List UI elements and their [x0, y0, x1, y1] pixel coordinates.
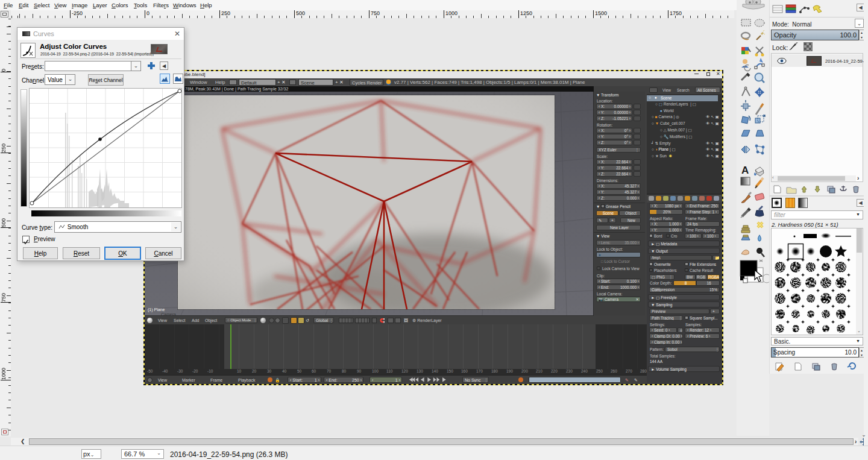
svg-text:A: A [741, 165, 749, 176]
